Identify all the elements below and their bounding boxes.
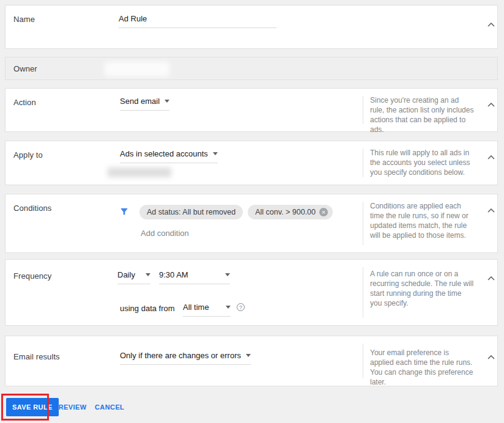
name-section-card: Name Ad Rule [5, 5, 498, 49]
frequency-field-label: Frequency [13, 271, 51, 281]
conditions-section-card: Conditions Ad status: All but removed Al… [5, 194, 498, 253]
frequency-help-text: A rule can run once or on a recurring sc… [370, 269, 474, 308]
condition-chip-list: Ad status: All but removed All conv. > 9… [139, 205, 333, 219]
cancel-button[interactable]: CANCEL [95, 398, 124, 416]
frequency-section-card: Frequency Daily 9:30 AM using data from … [5, 259, 498, 326]
chevron-up-icon [487, 155, 495, 160]
dropdown-arrow-icon [213, 152, 218, 155]
filter-icon [119, 207, 129, 219]
dropdown-arrow-icon [165, 100, 169, 103]
condition-chip-label: Ad status: All but removed [147, 208, 235, 216]
email-results-help-text: Your email preference is applied each ti… [370, 348, 474, 387]
apply-to-section-card: Apply to Ads in selected accounts This r… [5, 141, 498, 185]
email-results-select-value: Only if there are changes or errors [120, 351, 241, 360]
chip-close-icon[interactable]: × [319, 208, 328, 216]
data-range-value: All time [183, 303, 209, 312]
help-icon[interactable]: ? [237, 303, 245, 311]
rule-name-input[interactable]: Ad Rule [119, 14, 276, 28]
apply-to-select-value: Ads in selected accounts [120, 149, 208, 158]
add-condition-button[interactable]: Add condition [141, 229, 189, 238]
chevron-up-icon [487, 276, 495, 281]
apply-to-help-text: This rule will apply to all ads in the a… [370, 148, 474, 177]
condition-chip[interactable]: Ad status: All but removed [139, 205, 243, 219]
collapse-email-results-section-button[interactable] [485, 351, 497, 363]
action-select[interactable]: Send email [120, 97, 169, 111]
email-results-select[interactable]: Only if there are changes or errors [120, 351, 251, 365]
owner-section-card: Owner [5, 57, 498, 80]
frequency-interval-value: Daily [117, 270, 135, 279]
selected-account-redacted [108, 167, 171, 177]
data-range-select[interactable]: All time [183, 303, 231, 317]
frequency-interval-select[interactable]: Daily [117, 270, 150, 284]
email-results-field-label: Email results [13, 352, 60, 361]
help-divider [363, 149, 363, 177]
owner-field-label: Owner [13, 64, 37, 73]
collapse-name-section-button[interactable] [485, 18, 497, 31]
email-results-section-card: Email results Only if there are changes … [5, 336, 498, 386]
collapse-conditions-section-button[interactable] [485, 204, 497, 216]
dropdown-arrow-icon [146, 273, 150, 276]
condition-chip-label: All conv. > 900.00 [255, 208, 316, 216]
apply-to-field-label: Apply to [13, 150, 43, 160]
action-select-value: Send email [120, 97, 160, 106]
frequency-time-select[interactable]: 9:30 AM [159, 270, 230, 284]
footer-action-bar: SAVE RULE PREVIEW CANCEL [0, 391, 504, 423]
chevron-up-icon [487, 103, 495, 107]
conditions-help-text: Conditions are applied each time the rul… [370, 201, 474, 240]
dropdown-arrow-icon [226, 306, 231, 309]
action-section-card: Action Send email Since you're creating … [5, 88, 498, 132]
save-rule-button[interactable]: SAVE RULE [6, 398, 59, 416]
chevron-up-icon [487, 355, 495, 359]
name-field-label: Name [13, 15, 35, 24]
frequency-time-value: 9:30 AM [159, 270, 188, 279]
chevron-up-icon [487, 23, 495, 27]
conditions-field-label: Conditions [13, 204, 51, 213]
help-divider [363, 267, 363, 318]
help-divider [363, 202, 363, 245]
help-divider [363, 344, 363, 378]
collapse-action-section-button[interactable] [485, 98, 497, 111]
action-field-label: Action [13, 98, 36, 107]
collapse-apply-to-section-button[interactable] [485, 151, 497, 163]
owner-value-redacted [105, 62, 169, 76]
dropdown-arrow-icon [225, 273, 230, 276]
using-data-from-label: using data from [120, 304, 175, 313]
collapse-frequency-section-button[interactable] [485, 272, 497, 284]
dropdown-arrow-icon [246, 354, 251, 357]
help-divider [363, 96, 363, 124]
apply-to-select[interactable]: Ads in selected accounts [120, 149, 218, 163]
condition-chip[interactable]: All conv. > 900.00 × [248, 205, 333, 219]
preview-button[interactable]: PREVIEW [54, 398, 87, 416]
action-help-text: Since you're creating an ad rule, the ac… [370, 95, 474, 134]
chevron-up-icon [487, 208, 495, 213]
